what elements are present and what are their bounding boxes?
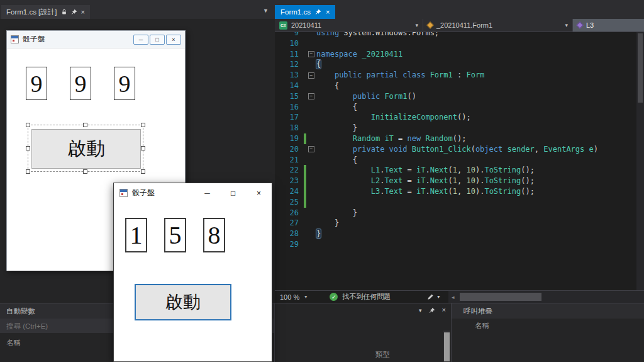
code-line[interactable]: 17 InitializeComponent(); [275,112,644,123]
start-button-design[interactable]: 啟動 [31,129,141,169]
code-line[interactable]: 23 L2.Text = iT.Next(1, 10).ToString(); [275,176,644,186]
pin-icon[interactable] [315,9,321,15]
panel-window-controls: ▾ × [419,307,446,314]
line-number: 12 [275,59,303,70]
label-l3[interactable]: 9 [114,67,135,100]
fold-margin [306,133,316,144]
minimize-button[interactable]: ─ [194,183,220,203]
fold-margin[interactable]: − [306,144,316,155]
left-tab-bar: Form1.cs [設計] × ▼ [0,0,275,19]
fold-margin[interactable]: − [306,49,316,60]
maximize-button[interactable]: □ [220,183,246,203]
fold-margin[interactable]: − [306,91,316,102]
project-dropdown[interactable]: C# 20210411 ▾ [275,19,423,31]
resize-handle[interactable] [141,123,145,127]
start-button-runtime[interactable]: 啟動 [135,284,231,320]
editor-vertical-scrollbar[interactable] [636,32,644,290]
scrollbar-thumb[interactable] [460,293,541,301]
designer-window-buttons: ─ □ × [133,35,181,45]
scrollbar-track[interactable] [457,291,644,303]
close-icon[interactable]: × [442,307,446,314]
code-editor[interactable]: 9using System.Windows.Forms;1011−namespa… [275,32,644,290]
resize-handle[interactable] [83,169,87,174]
code-line[interactable]: 13− public partial class Form1 : Form [275,70,644,81]
tab-form1-design[interactable]: Form1.cs [設計] × [1,5,90,19]
code-line[interactable]: 14 { [275,81,644,91]
edit-actions-button[interactable]: ▾ [427,293,440,300]
tab-form1-code[interactable]: Form1.cs × [275,5,335,19]
fold-margin [306,197,316,208]
fold-margin [306,102,316,113]
document-list-dropdown-icon[interactable]: ▼ [263,8,269,14]
designer-form-title: 骰子盤 [23,34,45,45]
code-text: Random iT = new Random(); [316,133,644,144]
close-button[interactable]: × [246,183,272,203]
fold-margin [306,176,316,186]
collapse-icon[interactable]: − [308,146,314,152]
pencil-icon [427,293,434,300]
code-line[interactable]: 12{ [275,59,644,70]
close-icon[interactable]: × [326,9,330,16]
code-line[interactable]: 21 { [275,155,644,166]
lock-icon [61,9,67,15]
code-line[interactable]: 24 L3.Text = iT.Next(1, 10).ToString(); [275,186,644,197]
code-line[interactable]: 22 L1.Text = iT.Next(1, 10).ToString(); [275,165,644,176]
code-text: public Form1() [316,91,644,102]
panel-scrollbar[interactable] [443,331,450,362]
code-line[interactable]: 29 [275,239,644,250]
line-number: 16 [275,102,303,113]
collapse-icon[interactable]: − [308,51,314,57]
resize-handle[interactable] [26,169,30,174]
runtime-titlebar[interactable]: 骰子盤 ─ □ × [114,183,272,203]
label-l1[interactable]: 9 [26,67,47,100]
fold-margin [306,208,316,218]
navigation-bar: C# 20210411 ▾ _20210411.Form1 ▾ L3 [275,19,644,32]
type-dropdown[interactable]: _20210411.Form1 ▾ [423,19,573,31]
line-number: 10 [275,38,303,49]
callstack-name-column-header[interactable]: 名稱 [452,319,644,333]
scroll-left-arrow-icon[interactable]: ◂ [448,294,457,300]
zoom-dropdown[interactable]: 100 % ▾ [275,291,313,303]
close-icon[interactable]: × [81,9,85,16]
code-line[interactable]: 19 Random iT = new Random(); [275,133,644,144]
resize-handle[interactable] [26,123,30,127]
visual-studio-window: Form1.cs [設計] × ▼ Form1.cs × C# 20210411… [0,0,644,362]
tab-label: Form1.cs [280,8,311,16]
pin-icon[interactable] [429,307,435,314]
document-health-indicator[interactable]: ✓ 找不到任何問題 [330,292,391,302]
member-icon [576,21,583,28]
code-line[interactable]: 18 } [275,123,644,133]
code-line[interactable]: 26 } [275,208,644,218]
tab-label: Form1.cs [設計] [6,8,57,17]
form-app-icon [11,35,19,43]
fold-margin [306,81,316,91]
collapse-icon[interactable]: − [308,72,314,79]
class-icon [426,21,433,28]
collapse-icon[interactable]: − [308,93,314,99]
code-line[interactable]: 16 { [275,102,644,113]
code-line[interactable]: 20− private void Button1_Click(object se… [275,144,644,155]
editor-horizontal-scrollbar[interactable]: ◂ [448,291,644,303]
scrollbar-thumb[interactable] [638,33,643,103]
code-line[interactable]: 28} [275,229,644,239]
code-line[interactable]: 27 } [275,218,644,229]
code-line[interactable]: 10 [275,38,644,49]
code-line[interactable]: 11−namespace _20210411 [275,49,644,60]
resize-handle[interactable] [141,146,145,150]
type-column-header[interactable]: 類型 [375,350,390,359]
resize-handle[interactable] [26,146,30,150]
resize-handle[interactable] [83,123,87,127]
code-line[interactable]: 9using System.Windows.Forms; [275,32,644,38]
fold-margin[interactable]: − [306,70,316,81]
label-l2[interactable]: 9 [70,67,91,100]
runtime-app-window[interactable]: 骰子盤 ─ □ × 1 5 8 啟動 [113,183,272,362]
code-line[interactable]: 15− public Form1() [275,91,644,102]
pin-icon[interactable] [71,9,77,15]
minimize-button: ─ [133,35,148,45]
code-line[interactable]: 25 [275,197,644,208]
chevron-down-icon[interactable]: ▾ [419,307,422,314]
member-dropdown[interactable]: L3 [573,19,644,31]
check-circle-icon: ✓ [330,293,338,301]
scrollbar-thumb[interactable] [444,332,450,361]
resize-handle[interactable] [141,169,145,174]
